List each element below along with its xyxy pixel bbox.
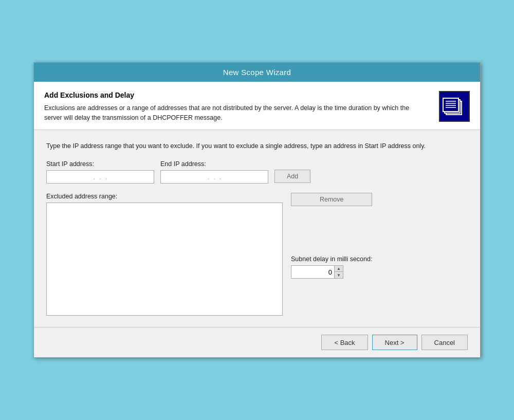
next-button[interactable]: Next > (372, 335, 417, 350)
wizard-header-text: Add Exclusions and Delay Exclusions are … (44, 91, 431, 123)
subnet-delay-spinner[interactable]: 0 ▲ ▼ (291, 265, 372, 279)
wizard-footer: < Back Next > Cancel (34, 327, 480, 357)
cancel-button[interactable]: Cancel (421, 335, 468, 350)
wizard-body: Add Exclusions and Delay Exclusions are … (34, 82, 480, 327)
end-ip-group: End IP address: . . . (160, 160, 268, 184)
subnet-delay-input[interactable]: 0 (291, 265, 335, 279)
start-ip-label: Start IP address: (46, 160, 154, 168)
spinner-down[interactable]: ▼ (335, 272, 343, 278)
spinner-arrows: ▲ ▼ (335, 265, 343, 279)
wizard-content: Type the IP address range that you want … (34, 130, 480, 327)
exclusion-right: Remove Subnet delay in milli second: 0 ▲… (291, 193, 372, 279)
svg-rect-2 (443, 98, 458, 112)
wizard-header: Add Exclusions and Delay Exclusions are … (34, 82, 480, 131)
remove-button[interactable]: Remove (291, 193, 372, 206)
spinner-up[interactable]: ▲ (335, 266, 343, 272)
wizard-window: New Scope Wizard Add Exclusions and Dela… (33, 62, 481, 358)
wizard-header-icon (439, 91, 470, 122)
wizard-header-title: Add Exclusions and Delay (44, 91, 431, 99)
excluded-listbox[interactable] (46, 203, 283, 316)
excluded-label: Excluded address range: (46, 193, 283, 200)
ip-address-row: Start IP address: . . . End IP address: … (46, 160, 468, 184)
end-ip-label: End IP address: (160, 160, 268, 168)
start-ip-group: Start IP address: . . . (46, 160, 154, 184)
instruction-text: Type the IP address range that you want … (46, 141, 468, 151)
subnet-delay-label: Subnet delay in milli second: (291, 255, 372, 263)
subnet-delay-value: 0 (328, 268, 332, 276)
exclusion-left: Excluded address range: (46, 193, 283, 316)
exclusion-section: Excluded address range: Remove Subnet de… (46, 193, 468, 316)
wizard-titlebar: New Scope Wizard (34, 63, 480, 82)
end-ip-input[interactable]: . . . (160, 170, 268, 184)
add-button[interactable]: Add (274, 170, 310, 183)
wizard-header-desc: Exclusions are addresses or a range of a… (44, 103, 425, 123)
wizard-title: New Scope Wizard (223, 68, 291, 77)
start-ip-input[interactable]: . . . (46, 170, 154, 184)
wizard-icon (442, 94, 467, 119)
back-button[interactable]: < Back (321, 335, 368, 350)
